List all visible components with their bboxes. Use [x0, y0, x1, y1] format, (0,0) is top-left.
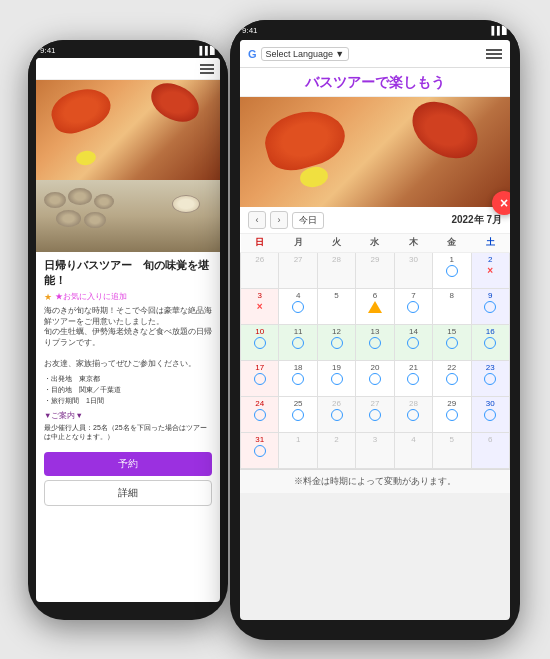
translate-bar: G Select Language ▼	[240, 40, 510, 68]
cal-cell[interactable]: 16	[471, 325, 509, 361]
google-icon: G	[248, 48, 257, 60]
detail-button[interactable]: 詳細	[44, 480, 212, 506]
right-status-icons: ▐▐ ▊	[488, 26, 508, 35]
cal-cell[interactable]: 5	[317, 289, 355, 325]
cal-cell[interactable]: 4	[279, 289, 317, 325]
tour-title: 日帰りバスツアー 旬の味覚を堪能！	[44, 258, 212, 288]
bookmark-line[interactable]: ★ ★お気に入りに追加	[44, 291, 212, 302]
cal-cell[interactable]: 19	[317, 361, 355, 397]
left-screen: 日帰りバスツアー 旬の味覚を堪能！ ★ ★お気に入りに追加 海のきが旬な時期！そ…	[36, 58, 220, 602]
cal-cell[interactable]: 23	[471, 361, 509, 397]
description-text: 海のきが旬な時期！そこで今回は豪華な絶品海鮮ツアーをご用意いたしました。 旬の生…	[44, 306, 212, 369]
cal-cell[interactable]: 26	[241, 253, 279, 289]
oyster-3	[94, 194, 114, 209]
cal-cell[interactable]: 21	[394, 361, 432, 397]
cal-cell[interactable]: 6	[471, 433, 509, 469]
weekday-sun: 日	[241, 234, 279, 253]
select-language-label: Select Language	[266, 49, 334, 59]
cal-cell[interactable]: 4	[394, 433, 432, 469]
cal-cell[interactable]: 3	[356, 433, 394, 469]
hamburger-right-icon[interactable]	[486, 49, 502, 59]
oyster-image	[36, 180, 220, 252]
availability-circle	[292, 409, 304, 421]
button-area: 予約 詳細	[36, 446, 220, 510]
calendar-row-3: 10 11 12 13	[241, 325, 510, 361]
cal-cell[interactable]: 29	[356, 253, 394, 289]
cal-cell[interactable]: 7	[394, 289, 432, 325]
weekday-mon: 月	[279, 234, 317, 253]
today-button[interactable]: 今日	[292, 212, 324, 229]
prev-month-button[interactable]: ‹	[248, 211, 266, 229]
cal-cell[interactable]: 1	[433, 253, 471, 289]
right-screen: G Select Language ▼ バスツアーで楽しもう ×	[240, 40, 510, 620]
cal-cell[interactable]: 13	[356, 325, 394, 361]
hamburger-menu-icon[interactable]	[200, 64, 214, 74]
availability-circle	[254, 373, 266, 385]
cal-cell[interactable]: 12	[317, 325, 355, 361]
cal-cell[interactable]: 17	[241, 361, 279, 397]
availability-circle	[292, 373, 304, 385]
availability-circle	[484, 337, 496, 349]
availability-circle	[369, 409, 381, 421]
calendar-navigation: ‹ › 今日 2022年 7月	[240, 207, 510, 234]
next-month-button[interactable]: ›	[270, 211, 288, 229]
cal-cell[interactable]: 29	[433, 397, 471, 433]
cal-cell[interactable]: 3 ×	[241, 289, 279, 325]
availability-triangle	[368, 301, 382, 313]
cal-cell[interactable]: 9	[471, 289, 509, 325]
notice-title: ▼ご案内▼	[44, 411, 212, 421]
cal-cell[interactable]: 26	[317, 397, 355, 433]
weekday-wed: 水	[356, 234, 394, 253]
hero-image-container: ×	[240, 97, 510, 207]
cal-cell[interactable]: 14	[394, 325, 432, 361]
cal-cell[interactable]: 2	[317, 433, 355, 469]
cal-cell[interactable]: 1	[279, 433, 317, 469]
cal-cell[interactable]: 28	[317, 253, 355, 289]
cal-cell[interactable]: 15	[433, 325, 471, 361]
cal-cell[interactable]: 30	[471, 397, 509, 433]
availability-circle	[369, 373, 381, 385]
cal-cell[interactable]: 25	[279, 397, 317, 433]
cal-cell[interactable]: 22	[433, 361, 471, 397]
left-status-icons: ▐▐ ▊	[196, 46, 216, 55]
select-language-button[interactable]: Select Language ▼	[261, 47, 349, 61]
star-icon: ★	[44, 292, 52, 302]
right-phone: 9:41 ▐▐ ▊ G Select Language ▼ バスツアーで楽しもう	[230, 20, 520, 640]
cal-cell[interactable]: 24	[241, 397, 279, 433]
cal-cell[interactable]: 10	[241, 325, 279, 361]
cal-cell[interactable]: 27	[279, 253, 317, 289]
availability-circle	[292, 337, 304, 349]
calendar-row-4: 17 18 19 20	[241, 361, 510, 397]
weekday-thu: 木	[394, 234, 432, 253]
reserve-button[interactable]: 予約	[44, 452, 212, 476]
cal-cell[interactable]: 6	[356, 289, 394, 325]
cal-cell[interactable]: 31	[241, 433, 279, 469]
availability-circle	[254, 409, 266, 421]
cal-cell[interactable]: 28	[394, 397, 432, 433]
cal-cell[interactable]: 30	[394, 253, 432, 289]
cal-cell[interactable]: 11	[279, 325, 317, 361]
food-image-top	[36, 80, 220, 180]
oyster-1	[44, 192, 66, 208]
availability-circle	[407, 337, 419, 349]
price-note: ※料金は時期によって変動があります。	[240, 469, 510, 493]
availability-circle	[484, 301, 496, 313]
cal-cell[interactable]: 18	[279, 361, 317, 397]
availability-circle	[331, 373, 343, 385]
availability-circle	[369, 337, 381, 349]
cal-cell[interactable]: 8	[433, 289, 471, 325]
cal-cell[interactable]: 20	[356, 361, 394, 397]
cal-cell[interactable]: 27	[356, 397, 394, 433]
calendar-row-5: 24 25 26 27	[241, 397, 510, 433]
bookmark-text: ★お気に入りに追加	[55, 291, 127, 302]
availability-circle	[254, 445, 266, 457]
left-body: 日帰りバスツアー 旬の味覚を堪能！ ★ ★お気に入りに追加 海のきが旬な時期！そ…	[36, 252, 220, 446]
availability-x: ×	[254, 301, 266, 313]
availability-circle	[446, 373, 458, 385]
cal-cell[interactable]: 5	[433, 433, 471, 469]
close-button[interactable]: ×	[492, 191, 510, 215]
lemon-decoration	[75, 149, 97, 166]
cal-cell[interactable]: 2 ×	[471, 253, 509, 289]
page-title: バスツアーで楽しもう	[240, 68, 510, 97]
availability-circle	[484, 409, 496, 421]
